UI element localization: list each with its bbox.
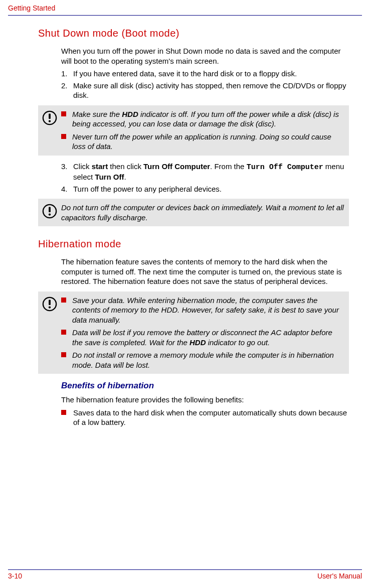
shutdown-intro: When you turn off the power in Shut Down… bbox=[61, 46, 349, 66]
section-hibernation-title: Hibernation mode bbox=[38, 238, 352, 250]
svg-rect-4 bbox=[49, 207, 51, 212]
step-4: Turn off the power to any peripheral dev… bbox=[61, 184, 349, 194]
caution-box-1: Make sure the HDD indicator is off. If y… bbox=[38, 105, 349, 156]
svg-point-5 bbox=[49, 213, 51, 215]
caution2-text: Do not turn off the computer or devices … bbox=[61, 203, 344, 222]
shutdown-steps-1-2: If you have entered data, save it to the… bbox=[61, 69, 349, 100]
hibernation-intro: The hibernation feature saves the conten… bbox=[61, 257, 349, 286]
svg-point-8 bbox=[49, 306, 51, 308]
red-square-bullet bbox=[61, 134, 66, 139]
caution-icon bbox=[38, 109, 61, 152]
svg-rect-7 bbox=[49, 300, 51, 305]
caution3-item-save: Save your data. While entering hibernati… bbox=[61, 296, 344, 325]
svg-rect-1 bbox=[49, 113, 51, 118]
benefits-intro: The hibernation feature provides the fol… bbox=[61, 395, 349, 405]
caution-box-3: Save your data. While entering hibernati… bbox=[38, 291, 349, 374]
svg-point-2 bbox=[49, 120, 51, 122]
caution-box-2: Do not turn off the computer or devices … bbox=[38, 199, 349, 226]
caution1-item-hdd: Make sure the HDD indicator is off. If y… bbox=[61, 109, 344, 129]
caution3-item-memory: Do not install or remove a memory module… bbox=[61, 350, 344, 370]
caution-icon bbox=[38, 203, 61, 222]
red-square-bullet bbox=[61, 111, 66, 116]
section-shutdown-title: Shut Down mode (Boot mode) bbox=[38, 28, 352, 39]
red-square-bullet bbox=[61, 410, 66, 415]
caution3-item-battery: Data will be lost if you remove the batt… bbox=[61, 328, 344, 347]
red-square-bullet bbox=[61, 330, 66, 335]
footer-rule bbox=[8, 569, 362, 570]
benefit-item-1: Saves data to the hard disk when the com… bbox=[61, 408, 349, 427]
caution-icon bbox=[38, 296, 61, 370]
header-rule bbox=[8, 15, 362, 16]
step-1: If you have entered data, save it to the… bbox=[61, 69, 349, 79]
benefits-subheading: Benefits of hibernation bbox=[61, 381, 352, 391]
footer-page-number: 3-10 bbox=[8, 572, 22, 580]
caution1-item-app: Never turn off the power while an applic… bbox=[61, 132, 344, 152]
page-content: Shut Down mode (Boot mode) When you turn… bbox=[0, 28, 370, 427]
step-3: Click start then click Turn Off Computer… bbox=[61, 162, 349, 182]
step-2: Make sure all disk (disc) activity has s… bbox=[61, 81, 349, 100]
shutdown-steps-3-4: Click start then click Turn Off Computer… bbox=[61, 162, 349, 194]
benefits-list: Saves data to the hard disk when the com… bbox=[61, 408, 349, 427]
page-footer: 3-10 User's Manual bbox=[8, 569, 362, 580]
red-square-bullet bbox=[61, 352, 66, 357]
footer-manual-label: User's Manual bbox=[317, 572, 362, 580]
red-square-bullet bbox=[61, 298, 66, 303]
header-chapter: Getting Started bbox=[0, 0, 370, 14]
